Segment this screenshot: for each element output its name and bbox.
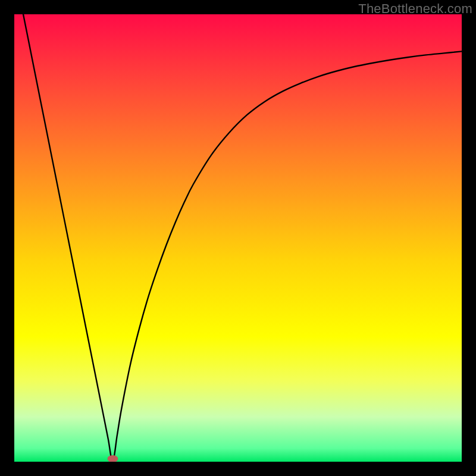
chart-frame	[14, 14, 462, 462]
chart-background	[14, 14, 462, 462]
bottleneck-chart	[14, 14, 462, 462]
watermark-text: TheBottleneck.com	[358, 1, 472, 17]
